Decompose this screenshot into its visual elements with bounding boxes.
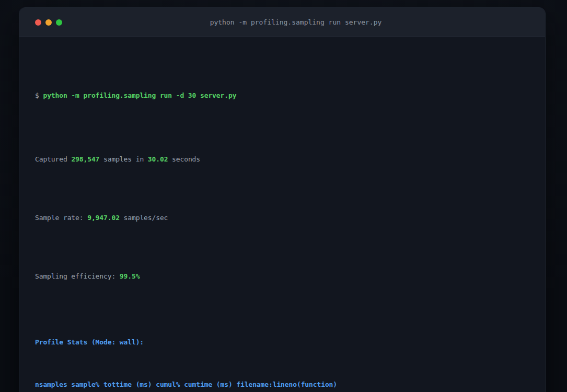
terminal-content[interactable]: $ python -m profiling.sampling run -d 30… bbox=[19, 37, 545, 392]
terminal-window: python -m profiling.sampling run server.… bbox=[19, 7, 546, 392]
captured-label: Captured bbox=[35, 155, 71, 163]
rate-unit: samples/sec bbox=[120, 214, 168, 222]
efficiency-value: 99.5% bbox=[120, 272, 140, 280]
prompt-symbol: $ bbox=[35, 91, 43, 99]
maximize-button[interactable] bbox=[56, 19, 62, 26]
captured-label3: seconds bbox=[168, 155, 200, 163]
captured-label2: samples in bbox=[99, 155, 147, 163]
command-line: $ python -m profiling.sampling run -d 30… bbox=[35, 88, 529, 103]
captured-samples-value: 298,547 bbox=[71, 155, 99, 163]
efficiency-label: Sampling efficiency: bbox=[35, 272, 120, 280]
rate-value: 9,947.02 bbox=[87, 214, 120, 222]
minimize-button[interactable] bbox=[45, 19, 52, 26]
rate-label: Sample rate: bbox=[35, 214, 87, 222]
efficiency-line: Sampling efficiency: 99.5% bbox=[35, 269, 529, 284]
sample-rate-line: Sample rate: 9,947.02 samples/sec bbox=[35, 211, 529, 225]
window-title: python -m profiling.sampling run server.… bbox=[62, 18, 529, 26]
profile-stats-title: Profile Stats (Mode: wall): bbox=[35, 335, 529, 350]
traffic-lights bbox=[35, 19, 62, 26]
captured-duration-value: 30.02 bbox=[148, 155, 168, 163]
close-button[interactable] bbox=[35, 19, 41, 26]
command-text: python -m profiling.sampling run -d 30 s… bbox=[43, 91, 236, 99]
titlebar: python -m profiling.sampling run server.… bbox=[19, 8, 545, 37]
table-columns-header: nsamples sample% tottime (ms) cumul% cum… bbox=[35, 379, 529, 390]
captured-line: Captured 298,547 samples in 30.02 second… bbox=[35, 152, 529, 167]
